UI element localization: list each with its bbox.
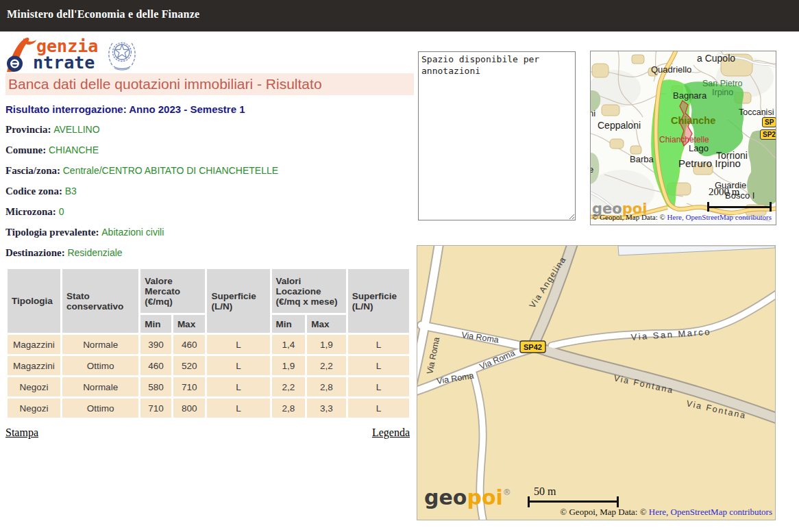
col-superficie-2: Superficie (L/N) — [348, 269, 409, 333]
result-panel: Risultato interrogazione: Anno 2023 - Se… — [5, 103, 413, 439]
cell: 2,2 — [272, 377, 306, 396]
table-row: Negozi Ottimo 710 800 L 2,8 3,3 L — [8, 398, 409, 418]
scale-label: 2000 m — [709, 186, 739, 198]
cell: 460 — [173, 335, 206, 354]
cell: Ottimo — [62, 398, 138, 418]
field-label: Fascia/zona: — [5, 165, 60, 176]
field-label: Comune: — [5, 144, 46, 155]
cell: L — [207, 356, 269, 375]
col-mercato-max: Max — [173, 315, 206, 333]
map-copyright: © Geopoi, Map Data: © Here, OpenStreetMa… — [592, 213, 772, 221]
field-fascia-zona: Fascia/zona: Centrale/CENTRO ABITATO DI … — [5, 164, 413, 177]
place-label: Quadriello — [651, 64, 691, 75]
col-mercato-min: Min — [140, 315, 171, 333]
overview-map[interactable]: a Cupolo Quadriello San Pietro Irpino Ba… — [590, 51, 776, 225]
cell: L — [207, 335, 269, 354]
cell: 520 — [173, 356, 206, 375]
cell: L — [348, 398, 409, 418]
cell: 710 — [140, 398, 171, 418]
copyright-links[interactable]: Here, OpenStreetMap contributors — [667, 213, 772, 221]
copyright-text: © Geopoi, Map Data: © — [592, 213, 667, 221]
annotations-textarea[interactable]: Spazio disponibile per annotazioni — [418, 51, 576, 220]
detail-map[interactable]: Via Angelina Via Roma Via Roma Via Roma … — [417, 245, 776, 520]
table-links: Stampa Legenda — [5, 427, 410, 439]
field-comune: Comune: CHIANCHE — [5, 144, 413, 156]
cell: Magazzini — [8, 356, 60, 375]
cell: L — [207, 398, 269, 418]
cell: 1,9 — [307, 335, 346, 354]
place-label: Chianche — [671, 115, 715, 126]
place-label: Lago — [689, 143, 709, 153]
cell: L — [348, 377, 409, 396]
field-label: Provincia: — [5, 124, 51, 135]
field-destinazione: Destinazione: Residenziale — [5, 246, 413, 259]
place-label: San Pietro — [702, 79, 742, 88]
col-locazione-min: Min — [272, 315, 306, 333]
col-locazione-max: Max — [307, 315, 346, 333]
cell: Ottimo — [62, 356, 138, 375]
field-label: Tipologia prevalente: — [5, 227, 99, 238]
road-badge-sp42: SP42 — [520, 341, 545, 353]
quotazioni-table: Tipologia Stato conservativo Valore Merc… — [5, 267, 411, 420]
legenda-link[interactable]: Legenda — [372, 427, 410, 439]
page: Ministero dell'Economia e delle Finanze … — [0, 0, 799, 532]
table-row: Magazzini Ottimo 460 520 L 1,9 2,2 L — [8, 356, 409, 375]
copyright-links[interactable]: Here, OpenStreetMap contributors — [649, 507, 772, 517]
scale-bar — [528, 496, 619, 507]
cell: 2,8 — [272, 398, 306, 418]
table-row: Negozi Normale 580 710 L 2,2 2,8 L — [8, 377, 409, 396]
field-value: B3 — [65, 186, 77, 197]
cell: 3,3 — [307, 398, 346, 418]
road-badge-sp2: SP2 — [760, 129, 776, 140]
scale-bar — [707, 202, 772, 212]
cell: 1,4 — [272, 335, 306, 354]
place-label: ni — [590, 108, 595, 118]
cell: 710 — [173, 377, 206, 396]
badge-text: SP42 — [524, 343, 542, 351]
place-label: Irpino — [712, 88, 733, 97]
geopoi-logo: geopoi® — [424, 485, 511, 509]
copyright-text: © Geopoi, Map Data: © — [560, 507, 649, 517]
place-label: Bagnara — [673, 90, 706, 101]
field-value: Residenziale — [67, 247, 122, 258]
place-label: Petruro Irpino — [678, 157, 741, 169]
stampa-link[interactable]: Stampa — [5, 427, 38, 439]
col-stato-conservativo: Stato conservativo — [62, 269, 138, 333]
cell: 2,8 — [307, 377, 346, 396]
cell: L — [348, 356, 409, 375]
col-valori-locazione: Valori Locazione (€/mq x mese) — [272, 269, 346, 313]
cell: 390 — [140, 335, 171, 354]
col-valore-mercato: Valore Mercato (€/mq) — [140, 269, 205, 313]
ministry-bar: Ministero dell'Economia e delle Finanze — [0, 0, 799, 31]
detail-map-canvas: Via Angelina Via Roma Via Roma Via Roma … — [417, 246, 775, 520]
cell: 460 — [140, 356, 171, 375]
field-label: Codice zona: — [5, 186, 62, 197]
cell: 2,2 — [307, 356, 346, 375]
field-provincia: Provincia: AVELLINO — [5, 123, 413, 136]
field-value: AVELLINO — [53, 124, 99, 135]
field-value: CHIANCHE — [49, 144, 99, 155]
place-label: e — [590, 164, 593, 175]
field-value: Centrale/CENTRO ABITATO DI CHIANCHETELLE — [63, 165, 278, 176]
col-superficie-1: Superficie (L/N) — [207, 269, 269, 333]
table-row: Magazzini Normale 390 460 L 1,4 1,9 L — [8, 335, 409, 354]
brand-word-entrate: ntrate — [33, 53, 95, 73]
col-tipologia: Tipologia — [8, 269, 60, 333]
field-label: Destinazione: — [5, 247, 65, 258]
place-label: Barba — [630, 154, 654, 164]
field-value: Abitazioni civili — [101, 227, 164, 238]
field-value: 0 — [59, 206, 64, 217]
cell: L — [207, 377, 269, 396]
cell: 800 — [173, 398, 206, 418]
result-heading: Risultato interrogazione: Anno 2023 - Se… — [5, 103, 413, 115]
page-title: Banca dati delle quotazioni immobiliari … — [5, 73, 414, 95]
italy-emblem-icon — [106, 38, 138, 71]
ministry-title: Ministero dell'Economia e delle Finanze — [7, 8, 199, 21]
field-label: Microzona: — [5, 206, 56, 217]
place-label: Ceppaloni — [598, 120, 641, 131]
place-label: a Cupolo — [697, 53, 735, 64]
agenzia-entrate-logo: genzia ntrate — [5, 36, 149, 74]
cell: 1,9 — [272, 356, 306, 375]
cell: Negozi — [8, 377, 60, 396]
field-microzona: Microzona: 0 — [5, 205, 413, 218]
